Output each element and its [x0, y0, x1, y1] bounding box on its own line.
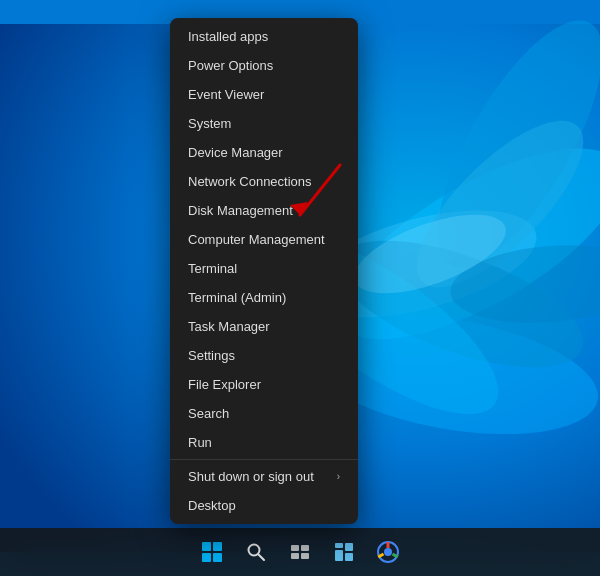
menu-item-system[interactable]: System — [170, 109, 358, 138]
menu-item-disk-management[interactable]: Disk Management — [170, 196, 358, 225]
svg-rect-14 — [202, 553, 211, 562]
menu-item-terminal-admin[interactable]: Terminal (Admin) — [170, 283, 358, 312]
menu-item-desktop[interactable]: Desktop — [170, 491, 358, 520]
menu-item-installed-apps[interactable]: Installed apps — [170, 22, 358, 51]
chrome-button[interactable] — [370, 534, 406, 570]
svg-rect-20 — [291, 553, 299, 559]
svg-point-27 — [384, 548, 392, 556]
svg-rect-24 — [335, 550, 343, 561]
search-taskbar-icon — [246, 542, 266, 562]
menu-item-power-options[interactable]: Power Options — [170, 51, 358, 80]
menu-item-label: System — [188, 116, 231, 131]
svg-rect-22 — [335, 543, 343, 548]
menu-item-label: Desktop — [188, 498, 236, 513]
menu-item-run[interactable]: Run — [170, 428, 358, 457]
taskbar — [0, 528, 600, 576]
menu-item-label: File Explorer — [188, 377, 261, 392]
widgets-icon — [334, 542, 354, 562]
menu-item-label: Device Manager — [188, 145, 283, 160]
context-menu: Installed appsPower OptionsEvent ViewerS… — [170, 18, 358, 524]
svg-rect-15 — [213, 553, 222, 562]
menu-item-label: Shut down or sign out — [188, 469, 314, 484]
menu-item-terminal[interactable]: Terminal — [170, 254, 358, 283]
menu-item-label: Search — [188, 406, 229, 421]
menu-item-computer-management[interactable]: Computer Management — [170, 225, 358, 254]
svg-rect-21 — [301, 553, 309, 559]
svg-rect-19 — [301, 545, 309, 551]
menu-item-label: Installed apps — [188, 29, 268, 44]
menu-item-label: Disk Management — [188, 203, 293, 218]
widgets-button[interactable] — [326, 534, 362, 570]
menu-item-shutdown[interactable]: Shut down or sign out› — [170, 462, 358, 491]
windows-icon — [201, 541, 223, 563]
menu-separator — [170, 459, 358, 460]
svg-rect-13 — [213, 542, 222, 551]
svg-rect-25 — [345, 553, 353, 561]
menu-item-label: Event Viewer — [188, 87, 264, 102]
menu-item-settings[interactable]: Settings — [170, 341, 358, 370]
menu-item-label: Settings — [188, 348, 235, 363]
menu-item-network-connections[interactable]: Network Connections — [170, 167, 358, 196]
svg-rect-12 — [202, 542, 211, 551]
menu-item-label: Power Options — [188, 58, 273, 73]
menu-item-label: Terminal (Admin) — [188, 290, 286, 305]
start-button[interactable] — [194, 534, 230, 570]
search-taskbar-button[interactable] — [238, 534, 274, 570]
menu-item-label: Computer Management — [188, 232, 325, 247]
menu-item-search[interactable]: Search — [170, 399, 358, 428]
task-view-icon — [290, 542, 310, 562]
menu-item-file-explorer[interactable]: File Explorer — [170, 370, 358, 399]
svg-line-17 — [259, 555, 265, 561]
submenu-arrow-icon: › — [337, 471, 340, 482]
svg-rect-23 — [345, 543, 353, 551]
menu-item-label: Network Connections — [188, 174, 312, 189]
menu-item-label: Task Manager — [188, 319, 270, 334]
menu-item-device-manager[interactable]: Device Manager — [170, 138, 358, 167]
svg-rect-18 — [291, 545, 299, 551]
menu-item-label: Terminal — [188, 261, 237, 276]
menu-item-label: Run — [188, 435, 212, 450]
chrome-icon — [377, 541, 399, 563]
menu-item-task-manager[interactable]: Task Manager — [170, 312, 358, 341]
task-view-button[interactable] — [282, 534, 318, 570]
menu-item-event-viewer[interactable]: Event Viewer — [170, 80, 358, 109]
